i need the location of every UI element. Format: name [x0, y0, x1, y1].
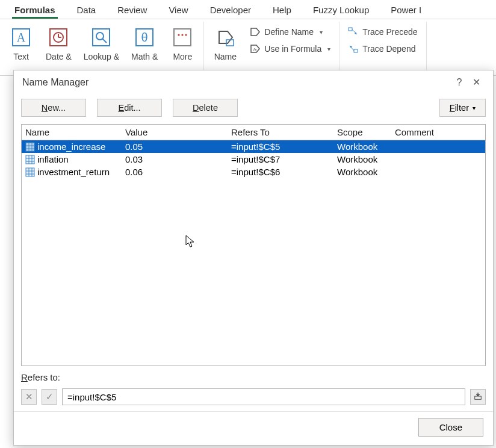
- list-row[interactable]: investment_return 0.06 =input!$C$6 Workb…: [22, 166, 485, 178]
- chevron-down-icon: ▾: [473, 105, 476, 111]
- col-refers-to[interactable]: Refers To: [231, 127, 337, 137]
- name-range-icon: [25, 142, 35, 152]
- close-icon[interactable]: ✕: [468, 76, 485, 88]
- chevron-down-icon: ▾: [327, 46, 330, 52]
- define-name-button[interactable]: Define Name ▾: [246, 25, 334, 39]
- list-header[interactable]: Name Value Refers To Scope Comment: [22, 125, 485, 140]
- list-row[interactable]: inflation 0.03 =input!$C$7 Workbook: [22, 153, 485, 166]
- col-value[interactable]: Value: [125, 127, 231, 137]
- trace-precedents-button[interactable]: Trace Precede: [344, 25, 421, 39]
- svg-point-13: [182, 34, 184, 36]
- lookup-label: Lookup &: [84, 52, 119, 61]
- name-manager-dialog: Name Manager ? ✕ New... Edit... Delete F…: [13, 70, 494, 446]
- row-refers: =input!$C$5: [231, 142, 337, 152]
- refers-to-input[interactable]: [62, 388, 465, 405]
- help-button[interactable]: ?: [451, 77, 468, 88]
- lookup-button[interactable]: Lookup &: [80, 23, 123, 64]
- text-functions-button[interactable]: A Text: [5, 23, 37, 64]
- filter-button[interactable]: Filter ▾: [439, 99, 486, 117]
- svg-rect-23: [26, 143, 34, 151]
- row-value: 0.06: [125, 167, 231, 177]
- row-refers: =input!$C$7: [231, 154, 337, 164]
- ribbon-tab-review[interactable]: Review: [115, 4, 149, 19]
- ribbon-tab-developer[interactable]: Developer: [208, 4, 253, 19]
- use-in-formula-label: Use in Formula: [264, 44, 321, 54]
- svg-rect-38: [475, 396, 482, 399]
- svg-line-8: [102, 39, 107, 43]
- row-name: income_increase: [37, 142, 105, 152]
- collapse-icon: [474, 392, 482, 402]
- col-name[interactable]: Name: [25, 127, 125, 137]
- new-button[interactable]: New...: [21, 99, 86, 117]
- dialog-title-text: Name Manager: [22, 77, 88, 88]
- name-range-icon: [25, 155, 35, 164]
- dialog-titlebar[interactable]: Name Manager ? ✕: [14, 70, 493, 94]
- ribbon-tab-help[interactable]: Help: [270, 4, 294, 19]
- range-picker-button[interactable]: [470, 389, 486, 405]
- ellipsis-icon: [172, 25, 193, 49]
- svg-text:A: A: [17, 31, 26, 44]
- check-icon: ✓: [46, 391, 54, 402]
- svg-text:θ: θ: [141, 31, 148, 44]
- name-mgr-label: Name: [214, 52, 237, 61]
- row-scope: Workbook: [337, 154, 395, 164]
- ribbon-tab-data[interactable]: Data: [75, 4, 99, 19]
- ribbon-body: A Text Date & Lookup & θ Math &: [0, 19, 496, 76]
- fx-icon: fx: [250, 43, 261, 54]
- edit-button[interactable]: Edit...: [97, 99, 162, 117]
- row-name: inflation: [37, 154, 69, 164]
- text-label: Text: [13, 52, 29, 61]
- delete-button[interactable]: Delete: [173, 99, 238, 117]
- ribbon-tab-formulas[interactable]: Formulas: [12, 4, 58, 19]
- trace-dep-label: Trace Depend: [362, 44, 415, 54]
- tag-icon: [214, 25, 236, 49]
- svg-rect-6: [93, 29, 110, 46]
- refers-to-label: Refers to:: [14, 366, 493, 386]
- search-icon: [90, 25, 112, 49]
- name-manager-button[interactable]: Name: [209, 23, 241, 64]
- text-icon: A: [10, 25, 32, 49]
- trace-dependents-button[interactable]: Trace Depend: [344, 42, 421, 55]
- tag-small-icon: [250, 26, 261, 37]
- math-label: Math &: [131, 52, 158, 61]
- row-value: 0.05: [125, 142, 231, 152]
- dialog-footer: Close: [14, 411, 493, 445]
- svg-rect-33: [26, 168, 34, 176]
- list-row[interactable]: income_increase 0.05 =input!$C$5 Workboo…: [22, 140, 485, 153]
- row-name: investment_return: [37, 167, 110, 177]
- row-scope: Workbook: [337, 167, 395, 177]
- close-button[interactable]: Close: [418, 418, 483, 437]
- use-in-formula-button[interactable]: fx Use in Formula ▾: [246, 42, 334, 55]
- svg-text:fx: fx: [253, 48, 257, 52]
- ribbon-tab-fuzzy-lookup[interactable]: Fuzzy Lookup: [311, 4, 371, 19]
- row-refers: =input!$C$6: [231, 167, 337, 177]
- datetime-label: Date &: [46, 52, 72, 61]
- x-icon: ✕: [25, 391, 33, 402]
- col-comment[interactable]: Comment: [395, 127, 482, 137]
- trace-prec-label: Trace Precede: [362, 27, 417, 37]
- math-button[interactable]: θ Math &: [128, 23, 161, 64]
- trace-prec-icon: [348, 26, 359, 37]
- svg-rect-17: [349, 28, 352, 31]
- define-name-label: Define Name: [264, 27, 314, 37]
- col-scope[interactable]: Scope: [337, 127, 395, 137]
- row-scope: Workbook: [337, 142, 395, 152]
- svg-rect-28: [26, 155, 34, 164]
- more-label: More: [173, 52, 192, 61]
- more-functions-button[interactable]: More: [166, 23, 199, 64]
- refers-to-row: ✕ ✓: [14, 386, 493, 411]
- date-time-button[interactable]: Date &: [42, 23, 75, 64]
- svg-rect-20: [354, 49, 358, 52]
- chevron-down-icon: ▾: [320, 29, 323, 36]
- ribbon-tab-view[interactable]: View: [166, 4, 190, 19]
- row-value: 0.03: [125, 154, 231, 164]
- names-list[interactable]: Name Value Refers To Scope Comment incom…: [21, 124, 486, 366]
- dialog-toolbar: New... Edit... Delete Filter ▾: [14, 94, 493, 124]
- clock-icon: [48, 25, 69, 49]
- svg-point-12: [178, 34, 180, 36]
- confirm-edit-button[interactable]: ✓: [42, 389, 57, 405]
- cancel-edit-button[interactable]: ✕: [21, 389, 37, 405]
- svg-point-14: [185, 34, 187, 36]
- ribbon-tabs: Formulas Data Review View Developer Help…: [0, 0, 496, 19]
- ribbon-tab-power[interactable]: Power I: [388, 4, 424, 19]
